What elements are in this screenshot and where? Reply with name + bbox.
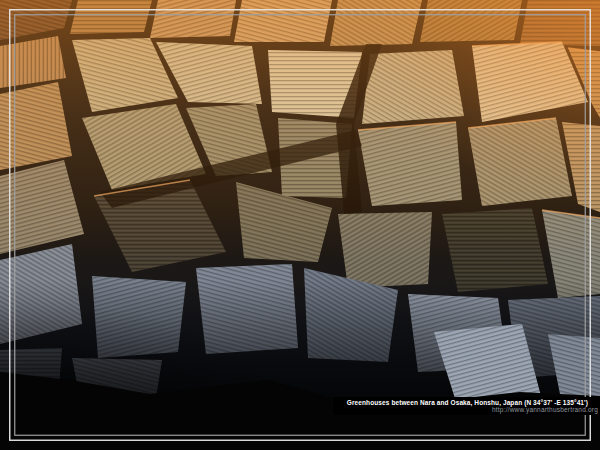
aerial-photo (0, 0, 600, 450)
wallpaper: Greenhouses between Nara and Osaka, Hons… (0, 0, 600, 450)
sunset-glow-overlay (300, 0, 600, 240)
caption-url: http://www.yannarthusbertrand.org (347, 406, 598, 413)
caption-title: Greenhouses between Nara and Osaka, Hons… (347, 399, 598, 406)
photo-caption: Greenhouses between Nara and Osaka, Hons… (333, 397, 600, 415)
